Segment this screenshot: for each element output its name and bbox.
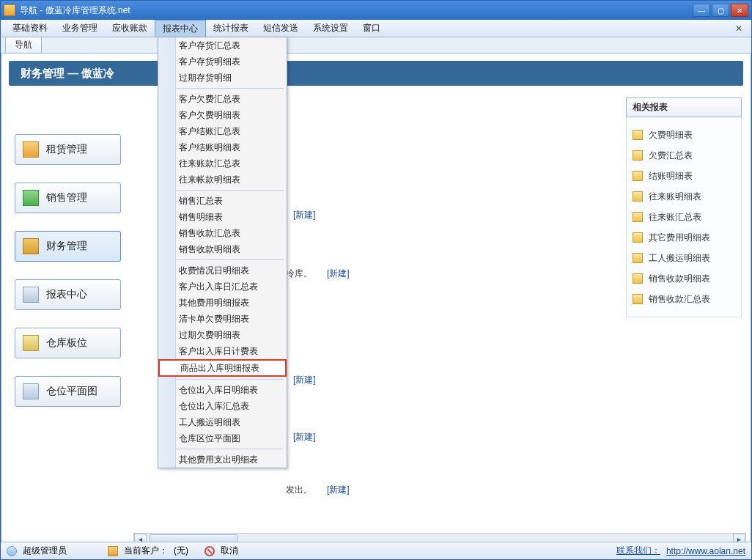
related-reports-header: 相关报表 [626, 97, 742, 117]
cancel-icon[interactable] [204, 546, 215, 556]
nav-label-4: 仓库板位 [46, 336, 87, 350]
row-new-link-1[interactable]: [新建] [327, 268, 350, 280]
nav-btn-0[interactable]: 租赁管理 [15, 134, 121, 165]
nav-icon-0 [23, 141, 39, 158]
row-desc-4: 发出。 [286, 484, 312, 496]
banner-title: 财务管理 — 傲蓝冷 [21, 67, 114, 81]
dropdown-item[interactable]: 往来帐款明细表 [158, 172, 287, 188]
nav-btn-3[interactable]: 报表中心 [15, 279, 121, 310]
status-cancel[interactable]: 取消 [221, 545, 238, 557]
related-report-7[interactable]: 销售收款明细表 [633, 268, 735, 289]
dropdown-separator [161, 379, 284, 380]
menu-4[interactable]: 统计报表 [206, 20, 256, 37]
nav-btn-5[interactable]: 仓位平面图 [15, 376, 121, 407]
nav-btn-1[interactable]: 销售管理 [15, 183, 121, 213]
row-new-link-2[interactable]: [新建] [293, 374, 316, 386]
status-customer-value: (无) [174, 545, 188, 557]
dropdown-item[interactable]: 销售收款明细表 [158, 241, 287, 257]
menu-2[interactable]: 应收账款 [105, 20, 155, 37]
related-report-0[interactable]: 欠费明细表 [633, 125, 735, 145]
related-report-6[interactable]: 工人搬运明细表 [633, 248, 735, 268]
statusbar: 超级管理员 当前客户： (无) 取消 联系我们： http://www.aola… [1, 542, 751, 559]
dropdown-item[interactable]: 清卡单欠费明细表 [158, 311, 287, 327]
dropdown-item[interactable]: 销售收款汇总表 [158, 225, 287, 241]
dropdown-item[interactable]: 商品出入库明细报表 [158, 359, 287, 377]
close-button[interactable]: ✕ [731, 4, 748, 17]
dropdown-item[interactable]: 客户出入库日汇总表 [158, 279, 287, 295]
dropdown-separator [161, 88, 284, 89]
content-row-2: [新建] [286, 370, 316, 389]
dropdown-item[interactable]: 往来账款汇总表 [158, 155, 287, 172]
nav-label-0: 租赁管理 [46, 143, 87, 156]
related-report-5[interactable]: 其它费用明细表 [633, 227, 735, 248]
dropdown-item[interactable]: 仓位出入库汇总表 [158, 398, 287, 414]
dropdown-item[interactable]: 客户存货明细表 [158, 54, 287, 70]
row-new-link-4[interactable]: [新建] [327, 484, 350, 496]
related-report-label-4: 往来账汇总表 [649, 211, 701, 224]
dropdown-item[interactable]: 客户欠费汇总表 [158, 91, 287, 107]
menu-0[interactable]: 基础资料 [5, 20, 55, 37]
related-report-1[interactable]: 欠费汇总表 [633, 145, 735, 166]
related-report-label-7: 销售收款明细表 [649, 273, 710, 285]
app-icon [4, 4, 15, 16]
report-icon [633, 191, 643, 202]
row-new-link-3[interactable]: [新建] [293, 431, 316, 443]
nav-icon-4 [23, 335, 39, 351]
dropdown-item[interactable]: 其他费用支出明细表 [158, 452, 287, 468]
report-icon [633, 130, 643, 140]
dropdown-item[interactable]: 工人搬运明细表 [158, 414, 287, 430]
related-report-label-8: 销售收款汇总表 [649, 293, 710, 306]
content-row-0: [新建] [286, 205, 316, 224]
related-report-label-3: 往来账明细表 [649, 191, 701, 203]
dropdown-item[interactable]: 收费情况日明细表 [158, 262, 287, 279]
contact-link[interactable]: http://www.aolan.net [666, 546, 745, 556]
dropdown-item[interactable]: 客户结账汇总表 [158, 123, 287, 139]
menu-1[interactable]: 业务管理 [55, 20, 105, 37]
nav-icon-3 [23, 287, 39, 303]
row-new-link-0[interactable]: [新建] [293, 209, 316, 221]
maximize-button[interactable]: ▢ [712, 4, 729, 17]
dropdown-item[interactable]: 过期欠费明细表 [158, 327, 287, 343]
dropdown-item[interactable]: 销售汇总表 [158, 193, 287, 209]
close-document-button[interactable]: ✕ [731, 20, 747, 37]
dropdown-item[interactable]: 客户出入库日计费表 [158, 343, 287, 359]
menu-3[interactable]: 报表中心 [155, 20, 206, 37]
related-report-label-0: 欠费明细表 [649, 129, 693, 141]
dropdown-item[interactable]: 过期存货明细 [158, 70, 287, 86]
dropdown-item[interactable]: 客户结账明细表 [158, 139, 287, 155]
related-report-3[interactable]: 往来账明细表 [633, 186, 735, 207]
dropdown-item[interactable]: 客户存货汇总表 [158, 37, 287, 54]
menu-7[interactable]: 窗口 [355, 20, 388, 37]
related-report-4[interactable]: 往来账汇总表 [633, 207, 735, 227]
page-banner: 财务管理 — 傲蓝冷 v5.2 [9, 61, 743, 86]
nav-icon-1 [23, 190, 39, 206]
related-report-2[interactable]: 结账明细表 [633, 166, 735, 186]
nav-btn-2[interactable]: 财务管理 [15, 231, 121, 262]
nav-icon-5 [23, 383, 39, 399]
content-row-4: 发出。[新建] [286, 480, 350, 499]
row-desc-1: 冷库。 [286, 268, 312, 280]
nav-btn-4[interactable]: 仓库板位 [15, 328, 121, 358]
dropdown-item[interactable]: 仓位出入库日明细表 [158, 382, 287, 398]
nav-label-1: 销售管理 [46, 191, 87, 205]
related-report-label-2: 结账明细表 [649, 170, 693, 183]
main-area: 财务管理 — 傲蓝冷 v5.2 租赁管理销售管理财务管理报表中心仓库板位仓位平面… [1, 54, 751, 550]
related-report-label-5: 其它费用明细表 [649, 232, 710, 244]
dropdown-item[interactable]: 销售明细表 [158, 209, 287, 225]
status-customer-label: 当前客户： [124, 545, 168, 557]
minimize-button[interactable]: — [693, 4, 710, 17]
menu-6[interactable]: 系统设置 [306, 20, 355, 37]
related-report-8[interactable]: 销售收款汇总表 [633, 289, 735, 309]
dropdown-separator [161, 449, 284, 449]
customer-icon [108, 546, 118, 556]
tab-nav[interactable]: 导航 [5, 37, 42, 53]
menu-5[interactable]: 短信发送 [256, 20, 306, 37]
dropdown-item[interactable]: 仓库区位平面图 [158, 430, 287, 446]
content-row-3: [新建] [286, 427, 316, 446]
left-nav: 租赁管理销售管理财务管理报表中心仓库板位仓位平面图 [15, 134, 121, 407]
dropdown-item[interactable]: 客户欠费明细表 [158, 107, 287, 123]
related-reports-panel: 相关报表 欠费明细表欠费汇总表结账明细表往来账明细表往来账汇总表其它费用明细表工… [626, 97, 742, 317]
dropdown-item[interactable]: 其他费用明细报表 [158, 295, 287, 311]
related-report-label-1: 欠费汇总表 [649, 150, 693, 162]
report-icon [633, 294, 643, 304]
